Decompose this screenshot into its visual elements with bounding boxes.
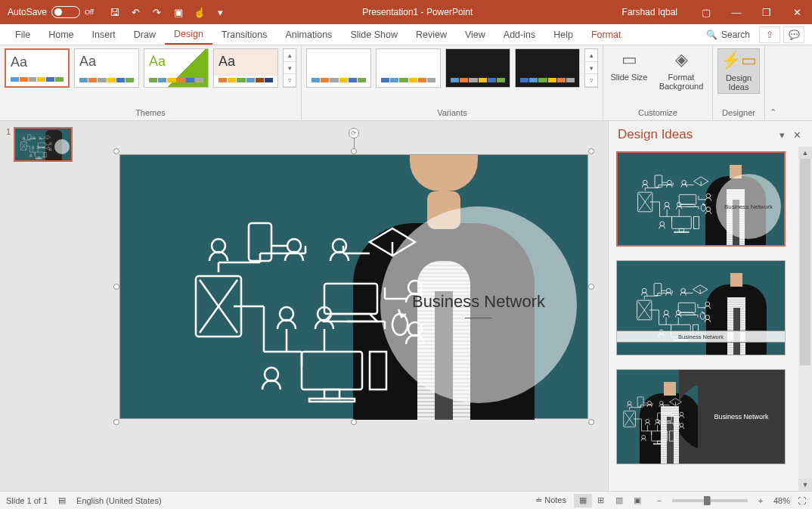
slide-title-text: Business Network: [412, 292, 545, 312]
variant-thumb-2[interactable]: [376, 48, 441, 88]
resize-handle[interactable]: [588, 419, 594, 425]
theme-thumb-4[interactable]: Aa: [213, 48, 278, 88]
tab-transitions[interactable]: Transitions: [212, 24, 277, 45]
theme-thumb-1[interactable]: Aa: [5, 48, 70, 88]
tab-draw[interactable]: Draw: [125, 24, 165, 45]
resize-handle[interactable]: [588, 284, 594, 290]
slide-size-icon: ▭: [621, 50, 637, 70]
customize-group-label: Customize: [608, 108, 708, 119]
tab-animations[interactable]: Animations: [277, 24, 342, 45]
redo-icon[interactable]: ↷: [151, 6, 163, 18]
zoom-out-button[interactable]: −: [654, 496, 665, 505]
notes-label: Notes: [544, 495, 566, 504]
design-idea-1[interactable]: Business Network: [616, 151, 786, 247]
resize-handle[interactable]: [113, 419, 119, 425]
slide-number: 1: [6, 127, 11, 162]
normal-view-icon[interactable]: ▦: [574, 494, 592, 507]
undo-icon[interactable]: ↶: [130, 6, 142, 18]
tab-addins[interactable]: Add-ins: [494, 24, 544, 45]
theme-aa: Aa: [149, 54, 203, 70]
scroll-up-icon[interactable]: ▲: [798, 147, 812, 159]
maximize-icon[interactable]: ❐: [752, 0, 782, 24]
tab-home[interactable]: Home: [39, 24, 82, 45]
themes-group-label: Themes: [5, 108, 296, 119]
autosave-state: Off: [85, 8, 94, 16]
zoom-percent[interactable]: 48%: [773, 496, 790, 505]
search-icon: 🔍: [706, 29, 717, 40]
slide-sorter-view-icon[interactable]: ⊞: [592, 494, 610, 507]
slide-size-button[interactable]: ▭ Slide Size: [608, 48, 650, 83]
resize-handle[interactable]: [588, 148, 594, 154]
notes-button[interactable]: ≐ Notes: [535, 495, 566, 505]
autosave-toggle[interactable]: AutoSave Off: [8, 6, 94, 18]
variant-thumb-4[interactable]: [515, 48, 580, 88]
themes-gallery-more[interactable]: ▴▾▿: [283, 48, 296, 88]
ribbon-display-options-icon[interactable]: ▢: [691, 0, 721, 24]
scroll-thumb[interactable]: [800, 159, 810, 365]
tab-file[interactable]: File: [6, 24, 39, 45]
slide-count[interactable]: Slide 1 of 1: [6, 496, 48, 505]
design-idea-2[interactable]: Business Network: [616, 260, 786, 355]
save-icon[interactable]: 🖫: [109, 6, 121, 18]
design-idea-3[interactable]: Business Network: [616, 369, 786, 464]
language-indicator[interactable]: English (United States): [76, 496, 162, 505]
qat-customize-icon[interactable]: ▾: [215, 6, 227, 18]
accessibility-icon[interactable]: ▤: [58, 495, 66, 505]
status-bar: Slide 1 of 1 ▤ English (United States) ≐…: [0, 491, 812, 509]
start-from-beginning-icon[interactable]: ▣: [172, 6, 184, 18]
collapse-ribbon-icon[interactable]: ⌃: [765, 45, 780, 120]
rotate-handle-icon[interactable]: ⟳: [349, 128, 359, 138]
design-ideas-button[interactable]: ⚡▭ Design Ideas: [717, 48, 760, 94]
user-name[interactable]: Farshad Iqbal: [609, 7, 691, 17]
ribbon-tabs: File Home Insert Draw Design Transitions…: [0, 24, 812, 45]
share-icon: ⇧: [766, 29, 773, 40]
scroll-down-icon[interactable]: ▼: [798, 479, 812, 491]
autosave-switch[interactable]: [51, 6, 80, 18]
format-background-button[interactable]: ◈ Format Background: [655, 48, 708, 92]
slide-canvas-area[interactable]: ⟳ Business Network: [100, 121, 608, 491]
theme-aa: Aa: [11, 54, 64, 70]
zoom-in-button[interactable]: +: [755, 496, 766, 505]
tab-insert[interactable]: Insert: [83, 24, 125, 45]
tab-design[interactable]: Design: [165, 24, 212, 45]
resize-handle[interactable]: [113, 148, 119, 154]
tab-view[interactable]: View: [456, 24, 494, 45]
zoom-slider[interactable]: [672, 499, 748, 502]
resize-handle[interactable]: [351, 419, 357, 425]
variants-gallery-more[interactable]: ▴▾▿: [584, 48, 598, 88]
design-ideas-label: Design Ideas: [720, 73, 758, 92]
pane-options-icon[interactable]: ▾: [774, 127, 789, 142]
share-button[interactable]: ⇧: [759, 26, 780, 43]
ribbon-design: Aa Aa Aa Aa ▴▾▿ Themes ▴▾▿: [0, 45, 812, 121]
quick-access-toolbar: 🖫 ↶ ↷ ▣ ☝ ▾: [109, 6, 227, 18]
pane-title: Design Ideas: [618, 127, 774, 142]
tab-help[interactable]: Help: [544, 24, 582, 45]
pane-close-icon[interactable]: ✕: [789, 127, 804, 142]
slide-thumbnail-1[interactable]: 1: [6, 127, 94, 162]
format-background-label: Format Background: [656, 73, 706, 91]
comments-button[interactable]: 💬: [783, 26, 804, 43]
variant-thumb-3[interactable]: [445, 48, 510, 88]
idea-1-label: Business Network: [716, 174, 781, 239]
theme-thumb-3[interactable]: Aa: [144, 48, 209, 88]
tab-review[interactable]: Review: [407, 24, 456, 45]
reading-view-icon[interactable]: ▥: [610, 494, 628, 507]
resize-handle[interactable]: [113, 284, 119, 290]
search-box[interactable]: 🔍 Search: [700, 29, 756, 40]
tab-format[interactable]: Format: [582, 24, 631, 45]
close-icon[interactable]: ✕: [782, 0, 812, 24]
variant-thumb-1[interactable]: [306, 48, 371, 88]
touch-mode-icon[interactable]: ☝: [194, 6, 206, 18]
design-ideas-pane: Design Ideas ▾ ✕ Business Network Busine…: [608, 121, 812, 491]
minimize-icon[interactable]: —: [721, 0, 752, 24]
tab-slideshow[interactable]: Slide Show: [341, 24, 407, 45]
theme-thumb-2[interactable]: Aa: [74, 48, 139, 88]
designer-group-label: Designer: [717, 108, 760, 119]
variants-group-label: Variants: [306, 108, 598, 119]
theme-aa: Aa: [218, 54, 273, 70]
slide-title-circle: Business Network: [380, 206, 577, 403]
pane-scrollbar[interactable]: ▲ ▼: [798, 147, 812, 491]
slideshow-view-icon[interactable]: ▣: [628, 494, 646, 507]
fit-to-window-icon[interactable]: ⛶: [798, 496, 806, 505]
slide-canvas[interactable]: ⟳ Business Network: [119, 154, 588, 419]
